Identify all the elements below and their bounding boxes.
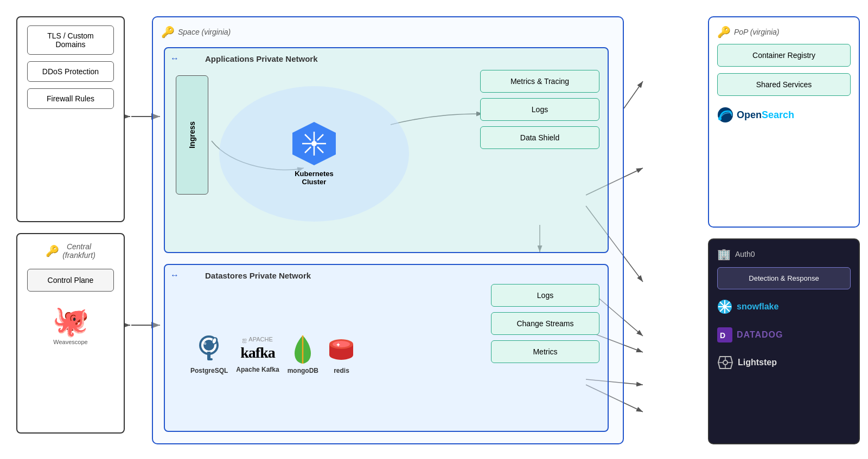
- space-title: Space (virginia): [178, 28, 231, 36]
- data-shield-box: Data Shield: [480, 126, 599, 149]
- k8s-cluster: KubernetesCluster: [219, 86, 409, 222]
- app-network: ↔ Applications Private Network Ingress: [164, 47, 609, 253]
- container-registry-box: Container Registry: [717, 44, 851, 67]
- opensearch-label: OpenSearch: [737, 109, 794, 121]
- svg-line-6: [624, 81, 643, 108]
- auth0-title: Auth0: [735, 250, 755, 258]
- svg-point-15: [311, 141, 317, 146]
- svg-point-49: [723, 360, 727, 365]
- database-logos: PostgreSQL ஐ APACHE kafka Apache Kafka: [176, 289, 371, 419]
- change-streams-box: Change Streams: [491, 312, 599, 335]
- kafka-logo: ஐ APACHE kafka Apache Kafka: [236, 335, 279, 373]
- svg-rect-27: [207, 352, 210, 359]
- pop-key-icon: 🔑: [717, 25, 731, 38]
- opensearch-logo: OpenSearch: [717, 104, 851, 126]
- mongodb-logo: mongoDB: [288, 334, 318, 374]
- lightstep-logo: Lightstep: [717, 352, 851, 373]
- datadog-label: DATADOG: [737, 330, 783, 340]
- control-plane-box: Control Plane: [27, 269, 114, 292]
- svg-text:✦: ✦: [336, 342, 341, 348]
- auth0-panel: 🏢 Auth0 Detection & Response snowflake: [708, 238, 860, 444]
- svg-point-32: [205, 343, 206, 344]
- central-key-icon: 🔑: [46, 244, 59, 257]
- security-panel: TLS / Custom Domains DDoS Protection Fir…: [16, 16, 125, 222]
- svg-text:D: D: [720, 331, 725, 340]
- pop-panel: 🔑 PoP (virginia) Container Registry Shar…: [708, 16, 860, 228]
- app-network-title: Applications Private Network: [205, 54, 318, 63]
- app-service-boxes: Metrics & Tracing Logs Data Shield: [480, 70, 599, 149]
- datastore-network-icon: ↔: [170, 270, 179, 280]
- app-network-icon: ↔: [170, 54, 179, 63]
- datastore-service-boxes: Logs Change Streams Metrics: [491, 284, 599, 363]
- central-title: Central(frankfurt): [62, 242, 95, 260]
- snowflake-label: snowflake: [737, 302, 778, 312]
- ingress-box: Ingress: [176, 75, 208, 195]
- postgresql-logo: PostgreSQL: [190, 334, 228, 374]
- datastore-network-title: Datastores Private Network: [205, 271, 311, 280]
- svg-point-45: [723, 305, 726, 308]
- firewall-box: Firewall Rules: [27, 88, 114, 109]
- metrics-tracing-box: Metrics & Tracing: [480, 70, 599, 93]
- ingress-label: Ingress: [188, 121, 196, 148]
- svg-point-36: [333, 341, 350, 347]
- k8s-label: KubernetesCluster: [295, 170, 334, 186]
- redis-label: redis: [334, 367, 349, 374]
- shared-services-box: Shared Services: [717, 73, 851, 96]
- tls-box: TLS / Custom Domains: [27, 25, 114, 55]
- metrics-box-datastore: Metrics: [491, 340, 599, 363]
- central-panel: 🔑 Central(frankfurt) Control Plane 🐙 Wea…: [16, 233, 125, 434]
- postgresql-label: PostgreSQL: [190, 367, 228, 374]
- detection-response-box: Detection & Response: [717, 267, 851, 289]
- k8s-hex: [292, 122, 336, 165]
- svg-rect-28: [207, 358, 213, 360]
- pop-title: PoP (virginia): [734, 28, 780, 36]
- weavescope-icon: 🐙 Weavescope: [52, 303, 90, 345]
- snowflake-logo: snowflake: [717, 296, 851, 318]
- diagram-container: TLS / Custom Domains DDoS Protection Fir…: [0, 0, 868, 459]
- datadog-logo: D DATADOG: [717, 324, 851, 346]
- auth0-building-icon: 🏢: [717, 248, 731, 261]
- lightstep-label: Lightstep: [738, 358, 777, 367]
- datastore-network: ↔ Datastores Private Network: [164, 264, 609, 432]
- logs-box-datastore: Logs: [491, 284, 599, 307]
- ddos-box: DDoS Protection: [27, 61, 114, 82]
- mongodb-label: mongoDB: [288, 367, 318, 374]
- logs-box-app: Logs: [480, 98, 599, 121]
- space-key-icon: 🔑: [161, 25, 175, 38]
- space-panel: 🔑 Space (virginia) ↔ Applications Privat…: [152, 16, 624, 444]
- redis-logo: ✦ redis: [327, 334, 356, 374]
- svg-point-39: [718, 117, 722, 120]
- kafka-label: Apache Kafka: [236, 366, 279, 373]
